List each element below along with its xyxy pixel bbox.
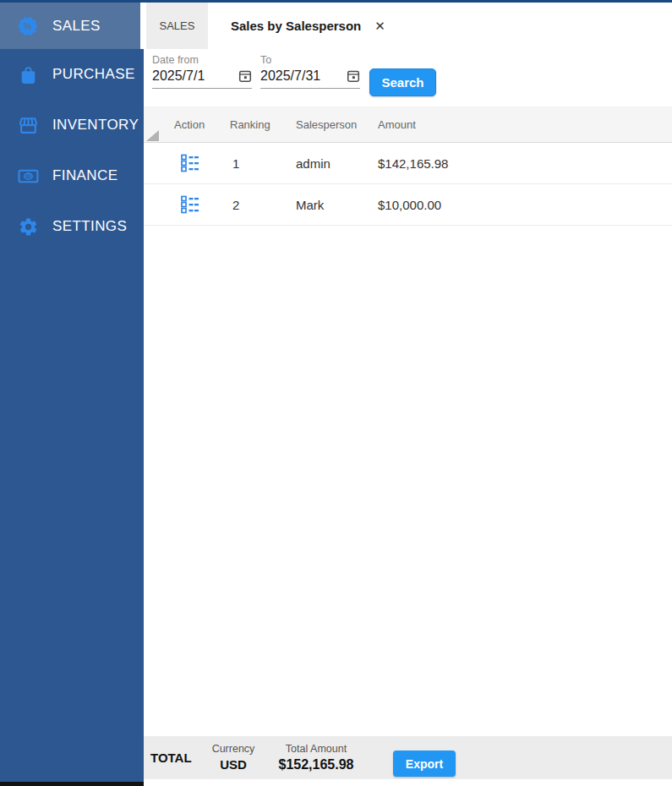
search-button[interactable]: Search	[369, 68, 436, 96]
sidebar-item-label: FINANCE	[52, 167, 117, 184]
main-content: SALES Sales by Salesperson ✕ Date from 2…	[144, 3, 672, 786]
calendar-icon[interactable]	[347, 69, 360, 83]
results-grid: Action Ranking Salesperson Amount	[144, 106, 672, 226]
total-bar: TOTAL Currency USD Total Amount $152,165…	[144, 736, 672, 779]
sidebar: % SALES PURCHASE INVENTORY 100 FINA	[0, 3, 144, 782]
row-salesperson: Mark	[287, 198, 369, 212]
currency-label: Currency	[203, 743, 264, 755]
total-amount-label: Total Amount	[269, 743, 363, 755]
column-header-amount: Amount	[369, 118, 487, 131]
sidebar-item-sales[interactable]: % SALES	[0, 3, 144, 49]
sidebar-item-label: INVENTORY	[52, 117, 139, 134]
shopping-bag-icon	[17, 63, 39, 85]
export-button[interactable]: Export	[393, 751, 456, 777]
svg-text:%: %	[24, 20, 32, 30]
storefront-icon	[17, 114, 39, 136]
sidebar-item-settings[interactable]: SETTINGS	[0, 201, 144, 252]
grid-header-row: Action Ranking Salesperson Amount	[144, 106, 672, 143]
currency-block: Currency USD	[203, 743, 264, 772]
tab-bar: SALES Sales by Salesperson ✕	[144, 3, 672, 49]
column-header-action: Action	[166, 118, 221, 131]
total-amount-block: Total Amount $152,165.98	[269, 743, 363, 772]
table-row[interactable]: 1 admin $142,165.98	[144, 143, 672, 184]
column-header-salesperson: Salesperson	[287, 118, 369, 131]
details-list-icon[interactable]	[181, 154, 199, 172]
sidebar-item-inventory[interactable]: INVENTORY	[0, 100, 144, 150]
corner-triangle-icon	[146, 130, 159, 141]
tab-active-label: Sales by Salesperson	[231, 19, 361, 33]
grid-corner-cell	[144, 106, 166, 143]
sidebar-item-purchase[interactable]: PURCHASE	[0, 49, 144, 100]
banknote-icon: 100	[17, 165, 39, 187]
row-action-cell	[166, 154, 221, 172]
date-from-input[interactable]: 2025/7/1	[152, 66, 252, 89]
date-from-label: Date from	[152, 54, 252, 66]
date-to-field: To 2025/7/31	[260, 54, 360, 89]
tab-sales-module[interactable]: SALES	[146, 3, 208, 49]
row-action-cell	[166, 195, 221, 214]
table-row[interactable]: 2 Mark $10,000.00	[144, 184, 672, 226]
close-icon[interactable]: ✕	[374, 19, 385, 32]
gear-icon	[17, 216, 39, 237]
sidebar-item-label: SETTINGS	[52, 218, 127, 235]
total-amount-value: $152,165.98	[269, 757, 363, 772]
total-label: TOTAL	[150, 751, 192, 765]
row-ranking: 1	[221, 156, 287, 171]
date-from-value: 2025/7/1	[152, 68, 205, 84]
tab-sales-by-salesperson[interactable]: Sales by Salesperson ✕	[231, 3, 385, 49]
date-to-value: 2025/7/31	[260, 68, 320, 84]
badge-percent-icon: %	[17, 15, 39, 37]
row-ranking: 2	[221, 198, 287, 212]
bottom-edge-strip	[0, 782, 144, 786]
row-amount: $10,000.00	[369, 198, 487, 212]
row-salesperson: admin	[287, 156, 369, 171]
sidebar-item-label: PURCHASE	[52, 66, 135, 83]
sidebar-item-finance[interactable]: 100 FINANCE	[0, 150, 144, 201]
date-from-field: Date from 2025/7/1	[152, 54, 252, 89]
column-header-ranking: Ranking	[221, 118, 287, 131]
date-to-label: To	[260, 54, 360, 66]
svg-text:100: 100	[25, 174, 31, 178]
date-to-input[interactable]: 2025/7/31	[260, 66, 360, 89]
details-list-icon[interactable]	[181, 195, 199, 214]
filter-bar: Date from 2025/7/1 To 2025/7/31	[144, 49, 672, 106]
row-amount: $142,165.98	[369, 156, 487, 171]
sidebar-item-label: SALES	[52, 18, 101, 35]
currency-value: USD	[203, 757, 264, 772]
calendar-icon[interactable]	[238, 69, 252, 83]
